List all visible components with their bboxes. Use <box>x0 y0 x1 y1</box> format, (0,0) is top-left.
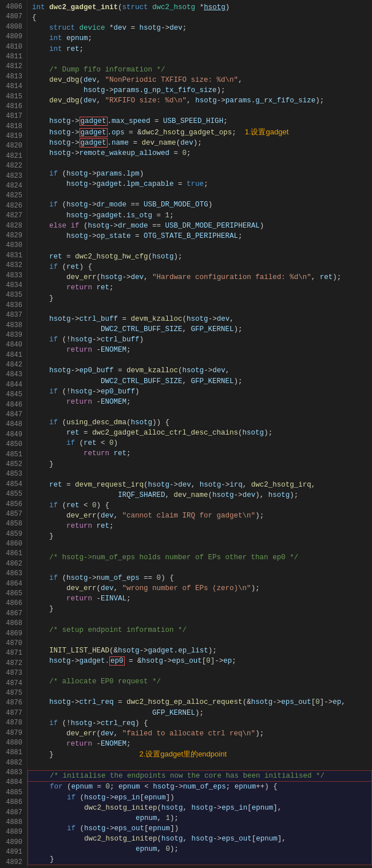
code-line: } <box>32 604 367 614</box>
code-line <box>32 54 367 65</box>
code-line: /* Dump fifo information */ <box>32 65 367 75</box>
code-line <box>32 563 367 573</box>
code-line: return -ENOMEM; <box>32 345 367 355</box>
code-line: else if (hsotg->dr_mode == USB_DR_MODE_P… <box>32 221 367 231</box>
code-line: hsotg->gadget.is_otg = 1; <box>32 210 367 221</box>
code-line: hsotg->params.g_np_tx_fifo_size); <box>32 85 367 95</box>
code-line: hsotg->gadget.lpm_capable = true; <box>32 179 367 189</box>
code-line: if (!hsotg->ctrl_req) { <box>32 718 367 728</box>
code-line: return -EINVAL; <box>32 594 367 604</box>
code-line-highlight-block: if (hsotg->eps_in[epnum]) <box>27 793 372 803</box>
code-line: if (hsotg->params.lpm) <box>32 169 367 179</box>
code-line-highlight-block: for (epnum = 0; epnum < hsotg->num_of_ep… <box>27 782 372 792</box>
code-line: return -ENOMEM; <box>32 397 367 407</box>
code-line: hsotg->ep0_buff = devm_kzalloc(hsotg->de… <box>32 365 367 376</box>
code-line: if (ret < 0) <box>32 438 367 448</box>
code-line-highlight-block: if (hsotg->eps_out[epnum]) <box>27 823 372 834</box>
code-line-highlight-block: dwc2_hsotg_initep(hsotg, hsotg->eps_out[… <box>27 834 372 844</box>
code-line: ret = dwc2_hsotg_hw_cfg(hsotg); <box>32 252 367 262</box>
code-line-highlight-block: epnum, 0); <box>27 844 372 854</box>
code-line: if (using_desc_dma(hsotg)) { <box>32 417 367 428</box>
code-line-highlight-block: dwc2_hsotg_initep(hsotg, hsotg->eps_in[e… <box>27 803 372 813</box>
code-line: if (ret < 0) { <box>32 500 367 511</box>
code-line <box>32 760 367 770</box>
code-line: if (!hsotg->ep0_buff) <box>32 387 367 397</box>
code-line: ret = devm_request_irq(hsotg->dev, hsotg… <box>32 480 367 490</box>
code-line <box>32 304 367 314</box>
code-line: dev_err(dev, "failed to allocate ctrl re… <box>32 728 367 739</box>
code-line: DWC2_CTRL_BUFF_SIZE, GFP_KERNEL); <box>32 376 367 387</box>
code-content: int dwc2_gadget_init(struct dwc2_hsotg *… <box>27 0 372 868</box>
code-line: dev_dbg(dev, "RXFIFO size: %d\n", hsotg-… <box>32 95 367 106</box>
code-line: } <box>32 459 367 469</box>
code-line: /* hsotg->num_of_eps holds number of EPs… <box>32 552 367 563</box>
code-line <box>32 407 367 417</box>
code-line <box>32 158 367 169</box>
code-line <box>32 355 367 365</box>
code-line: if (hsotg->dr_mode == USB_DR_MODE_OTG) <box>32 200 367 210</box>
code-line: } <box>32 293 367 304</box>
code-line: /* setup endpoint information */ <box>32 625 367 635</box>
code-line: int ret; <box>32 44 367 54</box>
code-line: IRQF_SHARED, dev_name(hsotg->dev), hsotg… <box>32 490 367 500</box>
code-line: { <box>32 13 367 23</box>
code-line <box>32 241 367 252</box>
code-line: int epnum; <box>32 33 367 43</box>
code-line: hsotg->ctrl_req = dwc2_hsotg_ep_alloc_re… <box>32 697 367 707</box>
code-line: } <box>32 531 367 541</box>
code-line: if (ret) { <box>32 262 367 272</box>
code-line: dev_err(dev, "wrong number of EPs (zero)… <box>32 583 367 594</box>
code-line <box>32 106 367 116</box>
code-line <box>32 666 367 676</box>
code-line: if (!hsotg->ctrl_buff) <box>32 335 367 345</box>
code-line: hsotg->gadget.max_speed = USB_SPEED_HIGH… <box>32 116 367 126</box>
code-line: ret = dwc2_gadget_alloc_ctrl_desc_chains… <box>32 428 367 438</box>
code-line-highlight-block: epnum, 1); <box>27 813 372 823</box>
code-line: return -ENOMEM; <box>32 739 367 749</box>
code-line: dev_dbg(dev, "NonPeriodic TXFIFO size: %… <box>32 75 367 85</box>
code-line: } 2.设置gadget里的endpoint <box>32 749 367 760</box>
code-line: hsotg->op_state = OTG_STATE_B_PERIPHERAL… <box>32 231 367 241</box>
line-number-gutter: 4806 4807 4808 4809 4810 4811 4812 4813 … <box>0 0 27 868</box>
code-line <box>32 614 367 624</box>
code-line: return ret; <box>32 448 367 459</box>
code-line: struct device *dev = hsotg->dev; <box>32 23 367 33</box>
code-line: dev_err(dev, "cannot claim IRQ for gadge… <box>32 511 367 521</box>
code-line <box>32 865 367 868</box>
code-line <box>32 189 367 200</box>
code-line <box>32 469 367 480</box>
code-line: int dwc2_gadget_init(struct dwc2_hsotg *… <box>32 2 367 13</box>
code-line: hsotg->gadget.name = dev_name(dev); <box>32 138 367 148</box>
code-line: hsotg->ctrl_buff = devm_kzalloc(hsotg->d… <box>32 314 367 324</box>
code-line <box>32 635 367 646</box>
code-line: INIT_LIST_HEAD(&hsotg->gadget.ep_list); <box>32 646 367 656</box>
code-line: /* allocate EP0 request */ <box>32 676 367 687</box>
code-line <box>32 687 367 697</box>
code-line <box>32 542 367 552</box>
code-line-highlight-block: /* initialise the endpoints now the core… <box>27 770 372 782</box>
code-line: return ret; <box>32 282 367 293</box>
code-line: GFP_KERNEL); <box>32 708 367 718</box>
code-line: hsotg->remote_wakeup_allowed = 0; <box>32 148 367 158</box>
code-line: return ret; <box>32 521 367 531</box>
code-line: DWC2_CTRL_BUFF_SIZE, GFP_KERNEL); <box>32 324 367 335</box>
code-line: if (hsotg->num_of_eps == 0) { <box>32 573 367 583</box>
code-line-highlight-block: } <box>27 854 372 865</box>
code-line: hsotg->gadget.ep0 = &hsotg->eps_out[0]->… <box>32 656 367 666</box>
code-line: dev_err(hsotg->dev, "Hardware configurat… <box>32 272 367 282</box>
code-line: hsotg->gadget.ops = &dwc2_hsotg_gadget_o… <box>32 127 367 138</box>
code-viewer: 4806 4807 4808 4809 4810 4811 4812 4813 … <box>0 0 372 868</box>
